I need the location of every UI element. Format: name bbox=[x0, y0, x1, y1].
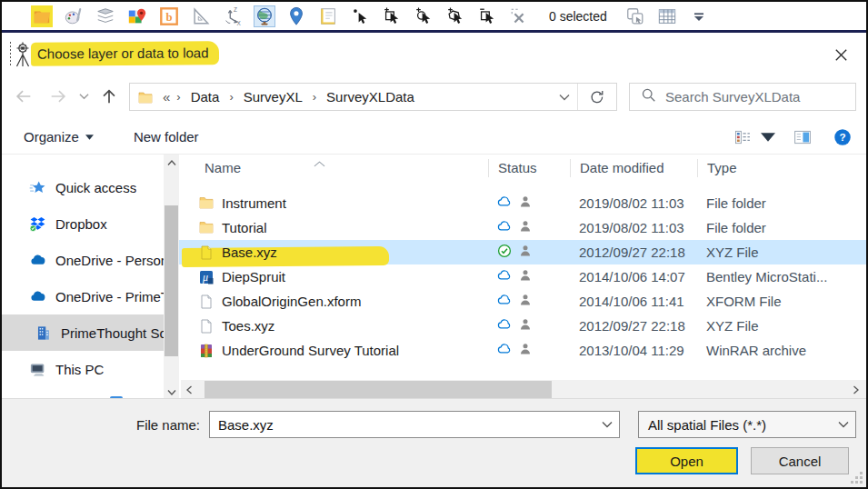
file-name-dropdown-icon[interactable] bbox=[595, 412, 619, 437]
table-row[interactable]: Toes.xyz2012/09/27 22:18XYZ File bbox=[179, 314, 866, 338]
globe-icon[interactable] bbox=[254, 5, 275, 27]
resize-grip[interactable] bbox=[849, 470, 863, 484]
select-polygon-icon[interactable] bbox=[444, 5, 466, 27]
scroll-up-icon[interactable] bbox=[164, 155, 179, 170]
preview-pane-icon[interactable] bbox=[792, 126, 813, 148]
file-status-cell bbox=[488, 268, 570, 285]
cancel-button[interactable]: Cancel bbox=[751, 447, 849, 474]
file-name-text: GlobalOriginGen.xform bbox=[222, 294, 361, 309]
file-name-label: File name: bbox=[136, 417, 200, 433]
attribute-table-icon[interactable] bbox=[656, 5, 678, 27]
layers-icon[interactable] bbox=[95, 5, 116, 27]
svg-text:?: ? bbox=[839, 131, 845, 143]
dialog-header: Choose layer or data to load bbox=[2, 35, 866, 74]
sort-ascending-icon bbox=[314, 155, 325, 170]
sidebar-item-onedrive-primet[interactable]: OneDrive - PrimeT bbox=[2, 278, 164, 314]
sidebar-item-quick-access[interactable]: Quick access bbox=[2, 169, 164, 205]
breadcrumb-collapsed[interactable]: « bbox=[161, 89, 172, 105]
onedrive-icon bbox=[29, 252, 46, 269]
file-date-cell: 2012/09/27 22:18 bbox=[570, 318, 697, 334]
folder-icon bbox=[138, 91, 153, 104]
organize-button[interactable]: Organize bbox=[24, 129, 94, 145]
address-dropdown-icon[interactable] bbox=[551, 84, 578, 110]
breadcrumb-separator[interactable]: › bbox=[224, 90, 237, 104]
table-row[interactable]: μDiepSpruit2014/10/06 14:07Bentley Micro… bbox=[179, 264, 866, 289]
person-icon bbox=[518, 342, 533, 359]
set-square-icon[interactable] bbox=[190, 5, 212, 27]
dialog-title: Choose layer or data to load bbox=[31, 41, 220, 65]
new-folder-button[interactable]: New folder bbox=[134, 129, 199, 145]
sidebar-item-label: PrimeThought Sof bbox=[61, 325, 164, 341]
scroll-left-icon[interactable] bbox=[181, 380, 197, 400]
theodolite-icon bbox=[8, 41, 34, 68]
file-type-combo[interactable]: All spatial Files (*.*) bbox=[638, 411, 856, 438]
open-button[interactable]: Open bbox=[635, 447, 738, 474]
location-pin-icon[interactable] bbox=[285, 5, 307, 27]
scrollbar-thumb[interactable] bbox=[205, 381, 552, 399]
close-icon[interactable] bbox=[829, 44, 853, 65]
copy-selection-icon[interactable] bbox=[624, 5, 646, 27]
table-row[interactable]: Instrument2019/08/02 11:03File folder bbox=[179, 191, 866, 215]
sidebar-item-label: Quick access bbox=[55, 180, 136, 195]
column-header-status[interactable]: Status bbox=[488, 159, 570, 177]
file-rows: Instrument2019/08/02 11:03File folderTut… bbox=[179, 191, 866, 363]
sidebar-item-primethought-sof[interactable]: PrimeThought Sof bbox=[2, 314, 164, 351]
palette-icon[interactable] bbox=[63, 5, 85, 27]
bing-icon[interactable]: b bbox=[158, 5, 180, 27]
table-row[interactable]: Base.xyz2012/09/27 22:18XYZ File bbox=[179, 240, 866, 264]
breadcrumb-item-data[interactable]: Data bbox=[185, 89, 225, 105]
table-row[interactable]: GlobalOriginGen.xform2014/10/06 11:41XFO… bbox=[179, 289, 866, 314]
file-name-combo bbox=[209, 411, 620, 438]
file-name-input[interactable] bbox=[210, 417, 595, 433]
refresh-icon[interactable] bbox=[578, 84, 616, 110]
cloud-icon bbox=[497, 293, 512, 310]
view-list-icon[interactable] bbox=[732, 126, 753, 148]
column-header-name[interactable]: Name bbox=[179, 159, 488, 177]
toolbar-overflow-icon[interactable] bbox=[688, 5, 710, 27]
history-chevron-icon[interactable] bbox=[75, 83, 93, 110]
up-icon[interactable] bbox=[96, 83, 122, 110]
sidebar-scrollbar[interactable] bbox=[164, 155, 179, 400]
column-header-date-modified[interactable]: Date modified bbox=[570, 159, 697, 177]
axes-icon[interactable]: ZX bbox=[222, 5, 244, 27]
sidebar-item-onedrive-person[interactable]: OneDrive - Person bbox=[2, 242, 164, 278]
open-button-label: Open bbox=[670, 454, 703, 469]
breadcrumb-item-surveyxl[interactable]: SurveyXL bbox=[238, 89, 308, 105]
sidebar-item-dropbox[interactable]: Dropbox bbox=[2, 205, 164, 242]
person-icon bbox=[518, 219, 533, 236]
breadcrumb-separator[interactable]: › bbox=[308, 90, 321, 104]
person-icon bbox=[518, 268, 533, 285]
select-rect-icon[interactable] bbox=[381, 5, 403, 27]
scroll-right-icon[interactable] bbox=[848, 380, 864, 400]
breadcrumb-item-surveyxldata[interactable]: SurveyXLData bbox=[321, 89, 420, 105]
select-point-icon[interactable] bbox=[349, 5, 371, 27]
dialog-footer: File name: All spatial Files (*.*) Open … bbox=[2, 398, 866, 487]
file-type-dropdown-icon[interactable] bbox=[832, 412, 855, 437]
forward-icon[interactable] bbox=[45, 83, 71, 110]
sidebar-item-this-pc[interactable]: This PC bbox=[2, 351, 164, 387]
select-circle-icon[interactable] bbox=[413, 5, 434, 27]
table-row[interactable]: UnderGround Survey Tutorial2013/10/04 11… bbox=[179, 338, 866, 363]
open-file-dialog: bZX 0 selected Choose layer or data to l… bbox=[0, 0, 868, 489]
file-name-cell: Toes.xyz bbox=[179, 318, 488, 334]
file-date-cell: 2019/08/02 11:03 bbox=[570, 195, 697, 211]
column-header-type[interactable]: Type bbox=[697, 159, 866, 177]
file-icon bbox=[199, 294, 214, 309]
open-folder-icon[interactable] bbox=[31, 5, 53, 27]
search-box bbox=[629, 83, 856, 111]
scrollbar-thumb[interactable] bbox=[165, 205, 178, 356]
view-dropdown-icon[interactable] bbox=[761, 126, 775, 148]
sidebar-item-label: Dropbox bbox=[55, 216, 107, 232]
deselect-rect-icon[interactable] bbox=[476, 5, 498, 27]
breadcrumb-separator[interactable]: › bbox=[172, 90, 185, 104]
google-maps-icon[interactable] bbox=[126, 5, 148, 27]
clear-selection-icon[interactable] bbox=[508, 5, 530, 27]
search-input[interactable] bbox=[665, 89, 855, 105]
back-icon[interactable] bbox=[11, 83, 36, 110]
table-row[interactable]: Tutorial2019/08/02 11:03File folder bbox=[179, 215, 866, 240]
help-icon[interactable]: ? bbox=[832, 126, 853, 148]
list-horizontal-scrollbar[interactable] bbox=[181, 380, 866, 400]
file-name-cell: Base.xyz bbox=[179, 244, 488, 260]
folder-icon bbox=[199, 221, 214, 235]
plot-extent-icon[interactable] bbox=[317, 5, 339, 27]
